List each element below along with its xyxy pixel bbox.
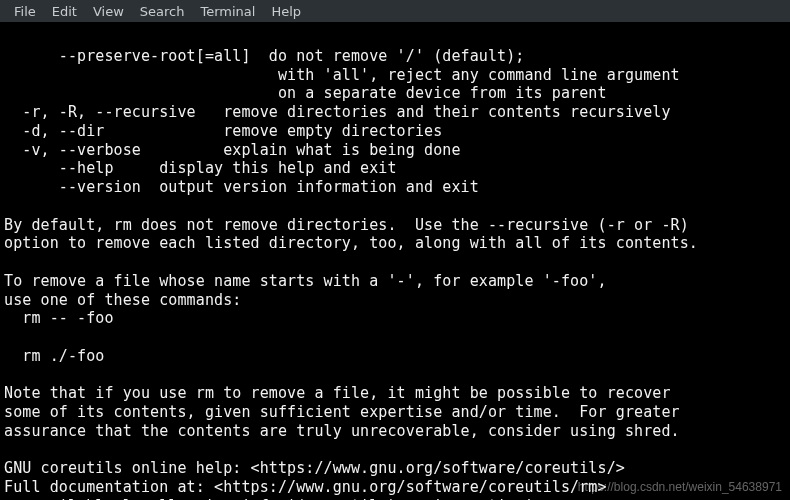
- terminal-output[interactable]: --preserve-root[=all] do not remove '/' …: [0, 22, 790, 500]
- menu-help[interactable]: Help: [263, 2, 309, 21]
- terminal-line: To remove a file whose name starts with …: [4, 272, 607, 290]
- terminal-line: rm -- -foo: [4, 309, 114, 327]
- terminal-line: GNU coreutils online help: <https://www.…: [4, 459, 625, 477]
- menu-view[interactable]: View: [85, 2, 132, 21]
- terminal-line: with 'all', reject any command line argu…: [4, 66, 680, 84]
- menu-file[interactable]: File: [6, 2, 44, 21]
- menu-search[interactable]: Search: [132, 2, 193, 21]
- terminal-line: -r, -R, --recursive remove directories a…: [4, 103, 671, 121]
- menu-edit[interactable]: Edit: [44, 2, 85, 21]
- terminal-line: on a separate device from its parent: [4, 84, 607, 102]
- terminal-line: assurance that the contents are truly un…: [4, 422, 680, 440]
- terminal-line: --help display this help and exit: [4, 159, 397, 177]
- terminal-line: some of its contents, given sufficient e…: [4, 403, 680, 421]
- menu-terminal[interactable]: Terminal: [192, 2, 263, 21]
- watermark-text: https://blog.csdn.net/weixin_54638971: [578, 480, 782, 494]
- terminal-line: --preserve-root[=all] do not remove '/' …: [4, 47, 524, 65]
- terminal-line: use one of these commands:: [4, 291, 241, 309]
- terminal-line: By default, rm does not remove directori…: [4, 216, 689, 234]
- terminal-line: Note that if you use rm to remove a file…: [4, 384, 671, 402]
- terminal-line: rm ./-foo: [4, 347, 104, 365]
- menubar: File Edit View Search Terminal Help: [0, 0, 790, 22]
- terminal-line: Full documentation at: <https://www.gnu.…: [4, 478, 607, 496]
- terminal-line: -v, --verbose explain what is being done: [4, 141, 461, 159]
- terminal-line: option to remove each listed directory, …: [4, 234, 698, 252]
- terminal-line: -d, --dir remove empty directories: [4, 122, 442, 140]
- terminal-line: --version output version information and…: [4, 178, 479, 196]
